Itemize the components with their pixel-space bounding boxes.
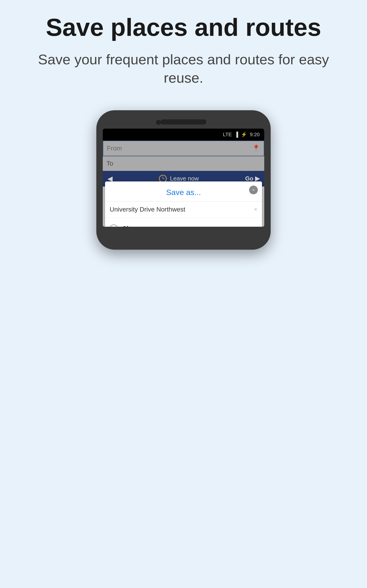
phone-wrapper: LTE ▐ ⚡ 9:20 📍 To ◀ Leave now [0,110,367,250]
option-label-choose-new-name: Choose a new name [122,225,184,227]
phone-speaker [161,120,206,124]
radio-choose-new-name[interactable] [110,225,118,227]
page-title: Save places and routes [18,14,349,41]
dialog-close-button[interactable]: × [249,186,258,194]
save-as-dialog: Save as... × × Choose a [105,182,262,227]
page-header: Save places and routes Save your frequen… [0,0,367,96]
dialog-overlay: Save as... × × Choose a [103,129,264,227]
page-subtitle: Save your frequent places and routes for… [18,50,349,87]
dialog-header: Save as... × [105,182,262,202]
phone-camera [156,120,161,125]
phone-screen: LTE ▐ ⚡ 9:20 📍 To ◀ Leave now [103,129,264,227]
phone-device: LTE ▐ ⚡ 9:20 📍 To ◀ Leave now [96,110,271,250]
dialog-input-row: × [105,202,262,217]
phone-bottom [103,227,264,236]
save-options-list: Choose a new name Home Work None [105,217,262,227]
place-name-input[interactable] [110,206,251,213]
dialog-title: Save as... [166,188,201,197]
option-choose-new-name[interactable]: Choose a new name [110,221,257,227]
clear-input-button[interactable]: × [254,206,257,213]
